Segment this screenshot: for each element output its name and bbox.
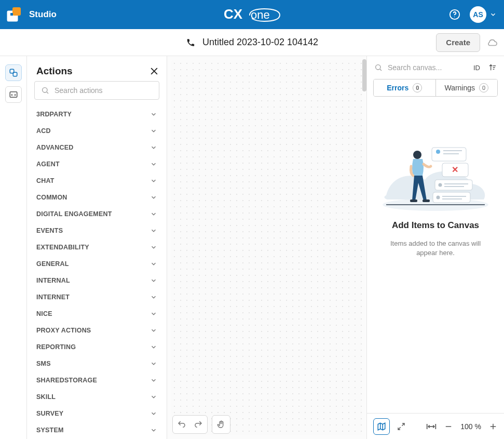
right-panel: ID Errors 0 Warnings 0: [366, 56, 504, 439]
tab-warnings[interactable]: Warnings 0: [435, 79, 498, 96]
id-label: ID: [473, 64, 480, 72]
category-label: SURVEY: [36, 410, 63, 417]
category-label: SYSTEM: [36, 427, 64, 434]
zoom-out-button[interactable]: [444, 422, 453, 431]
redo-button[interactable]: [194, 420, 203, 429]
svg-point-31: [437, 196, 440, 199]
close-icon[interactable]: [149, 66, 159, 76]
category-label: INTERNET: [36, 294, 70, 301]
scrollbar-thumb[interactable]: [362, 59, 366, 91]
minimap-button[interactable]: [373, 418, 390, 435]
category-row[interactable]: REPORTING: [29, 339, 161, 355]
category-row[interactable]: PROXY ACTIONS: [29, 322, 161, 339]
left-rail: [0, 56, 27, 439]
category-row[interactable]: ADVANCED: [29, 139, 161, 156]
category-row[interactable]: INTERNAL: [29, 272, 161, 289]
search-icon: [374, 63, 383, 72]
category-row[interactable]: AGENT: [29, 156, 161, 172]
category-label: SMS: [36, 360, 51, 367]
create-button[interactable]: Create: [436, 33, 480, 52]
main: Actions 3RDPARTYACDADVANCEDAGENTCHATCOMM…: [0, 56, 504, 439]
category-row[interactable]: EXTENDABILITY: [29, 239, 161, 256]
chevron-down-icon: [150, 244, 157, 251]
category-row[interactable]: SYSTEM: [29, 422, 161, 438]
actions-categories[interactable]: 3RDPARTYACDADVANCEDAGENTCHATCOMMONDIGITA…: [27, 104, 167, 439]
empty-state: ✕ Add Items to Canvas Items: [367, 143, 504, 258]
chevron-down-icon: [150, 393, 157, 401]
brand-logo: CX one: [224, 7, 281, 22]
errors-count-badge: 0: [413, 83, 422, 92]
category-row[interactable]: GENERAL: [29, 256, 161, 272]
category-label: CHAT: [36, 177, 55, 184]
canvas-search-bar: ID: [367, 56, 504, 77]
warnings-count-badge: 0: [479, 83, 488, 92]
category-label: EVENTS: [36, 227, 63, 234]
empty-illustration: ✕: [381, 143, 490, 211]
category-label: AGENT: [36, 161, 60, 168]
svg-point-6: [454, 17, 455, 17]
canvas-scrollbar-vertical[interactable]: [362, 56, 366, 439]
actions-search-input[interactable]: [55, 86, 153, 95]
hand-tool-button[interactable]: [216, 420, 226, 429]
category-row[interactable]: COMMON: [29, 189, 161, 206]
user-menu[interactable]: AS: [470, 6, 497, 23]
topbar-right: AS: [449, 6, 497, 23]
chevron-down-icon: [150, 343, 157, 351]
phone-icon: [186, 38, 195, 47]
category-row[interactable]: SMS: [29, 355, 161, 372]
empty-body: Items added to the canvas will appear he…: [384, 239, 487, 258]
chevron-down-icon: [150, 127, 157, 135]
svg-rect-9: [10, 92, 17, 98]
canvas-search-input[interactable]: [388, 63, 468, 72]
empty-title: Add Items to Canvas: [392, 220, 479, 231]
svg-line-13: [47, 92, 48, 94]
svg-line-15: [380, 69, 382, 71]
chevron-down-icon: [150, 377, 157, 384]
rail-actions-button[interactable]: [5, 64, 22, 81]
category-row[interactable]: SURVEY: [29, 405, 161, 422]
svg-rect-36: [423, 199, 430, 202]
canvas[interactable]: [171, 60, 362, 435]
svg-text:✕: ✕: [452, 165, 458, 174]
svg-text:one: one: [251, 8, 270, 21]
expand-button[interactable]: [397, 422, 405, 431]
help-icon[interactable]: [449, 9, 460, 20]
svg-text:CX: CX: [224, 7, 243, 22]
cloud-icon[interactable]: [486, 37, 498, 48]
rp-tabs: Errors 0 Warnings 0: [373, 79, 498, 97]
chevron-down-icon: [150, 161, 157, 168]
category-row[interactable]: INTERNET: [29, 289, 161, 305]
category-row[interactable]: NICE: [29, 305, 161, 322]
category-label: REPORTING: [36, 343, 76, 351]
category-row[interactable]: DIGITAL ENGAGEMENT: [29, 206, 161, 222]
category-row[interactable]: 3RDPARTY: [29, 106, 161, 123]
fit-width-button[interactable]: [426, 422, 437, 431]
chevron-down-icon: [150, 410, 157, 417]
category-row[interactable]: ACD: [29, 123, 161, 139]
svg-rect-35: [410, 199, 417, 202]
chevron-down-icon: [150, 427, 157, 434]
svg-rect-2: [10, 13, 13, 16]
category-label: 3RDPARTY: [36, 111, 72, 118]
rail-code-button[interactable]: [5, 86, 22, 103]
category-row[interactable]: SKILL: [29, 389, 161, 405]
category-row[interactable]: CHAT: [29, 172, 161, 189]
document-title-wrap: Untitled 2023-10-02 104142: [186, 37, 318, 48]
undo-button[interactable]: [177, 420, 186, 429]
category-label: INTERNAL: [36, 277, 70, 284]
topbar: Studio CX one AS: [0, 0, 504, 29]
topbar-left: Studio: [5, 6, 57, 23]
category-row[interactable]: SHAREDSTORAGE: [29, 372, 161, 389]
chevron-down-icon: [150, 327, 157, 334]
avatar: AS: [470, 6, 486, 23]
canvas-toolbar: [172, 415, 230, 434]
app-name: Studio: [29, 9, 57, 20]
sort-button[interactable]: [488, 63, 497, 72]
actions-search[interactable]: [34, 81, 159, 100]
category-row[interactable]: EVENTS: [29, 222, 161, 239]
zoom-in-button[interactable]: [488, 422, 498, 431]
tab-errors[interactable]: Errors 0: [374, 79, 435, 96]
chevron-down-icon: [150, 177, 157, 184]
chevron-down-icon: [150, 294, 157, 301]
svg-point-34: [413, 151, 421, 159]
